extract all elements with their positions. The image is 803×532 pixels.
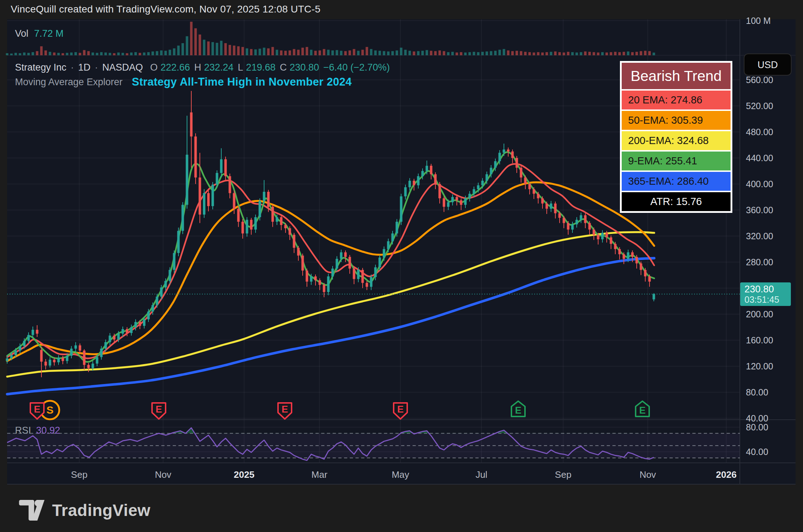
price-axis-label: 560.00 [746, 75, 773, 85]
rsi-legend: RSI 30.92 [15, 425, 60, 436]
price-axis-label: 320.00 [746, 231, 773, 241]
symbol-exchange: NASDAQ [102, 62, 143, 73]
svg-text:E: E [156, 404, 162, 415]
legend-row-atr: ATR: 15.76 [622, 192, 731, 211]
price-axis-label: 480.00 [746, 127, 773, 137]
open-value: 222.66 [161, 62, 190, 73]
brand-name: TradingView [52, 501, 151, 520]
price-axis-label: 200.00 [746, 309, 773, 319]
time-axis-label: Sep [555, 469, 571, 480]
time-axis-label: Mar [312, 469, 328, 480]
time-axis-label: Jul [475, 469, 487, 480]
tradingview-snapshot: SEEEEEE VinceQuill created with TradingV… [0, 0, 803, 532]
time-axis-label: Nov [155, 469, 171, 480]
legend-row-50ema: 50-EMA: 305.39 [622, 111, 731, 130]
svg-text:S: S [46, 404, 54, 416]
svg-text:E: E [34, 404, 40, 415]
change-value: −6.40 (−2.70%) [323, 62, 390, 73]
svg-text:E: E [282, 404, 288, 415]
indicator-label[interactable]: Moving Average Explorer [15, 77, 122, 88]
time-axis-label: Sep [71, 469, 87, 480]
low-letter: L [238, 62, 243, 73]
last-price-value: 230.80 [744, 283, 791, 295]
price-axis-label: 400.00 [746, 179, 773, 189]
price-axis-label: 80.00 [746, 387, 768, 398]
legend-row-365ema: 365-EMA: 286.40 [622, 172, 731, 191]
price-axis-label: 280.00 [746, 257, 773, 267]
volume-value: 7.72 M [34, 28, 64, 39]
legend-row-20ema: 20 EMA: 274.86 [622, 91, 731, 109]
tradingview-glyph-icon [19, 500, 45, 521]
volume-axis-label: 100 M [746, 16, 771, 26]
last-price-badge[interactable]: 230.80 03:51:45 [740, 282, 791, 306]
high-letter: H [194, 62, 201, 73]
close-letter: C [280, 62, 287, 73]
close-value: 230.80 [289, 62, 319, 73]
trend-legend[interactable]: Bearish Trend 20 EMA: 274.86 50-EMA: 305… [620, 61, 732, 213]
rsi-value: 30.92 [36, 425, 60, 436]
indicator-row: Moving Average Explorer Strategy All-Tim… [15, 76, 352, 88]
svg-text:E: E [515, 405, 521, 416]
price-axis-label: 520.00 [746, 101, 773, 111]
time-axis-label: May [392, 469, 409, 480]
volume-legend: Vol 7.72 M [15, 28, 64, 39]
high-value: 232.24 [204, 62, 234, 73]
symbol-interval: 1D [78, 62, 91, 73]
svg-text:E: E [397, 404, 404, 415]
separator-dot: · [71, 62, 74, 73]
time-axis-label: 2025 [234, 469, 254, 480]
time-axis-label: 2026 [716, 469, 737, 480]
price-axis-label: 360.00 [746, 205, 773, 215]
symbol-name: Strategy Inc [15, 62, 66, 73]
chart-annotation: Strategy All-Time High in November 2024 [132, 76, 352, 88]
open-letter: O [150, 62, 158, 73]
separator-dot: · [95, 62, 98, 73]
bar-countdown: 03:51:45 [744, 295, 791, 305]
currency-button[interactable]: USD [744, 53, 792, 76]
legend-row-200ema: 200-EMA: 324.68 [622, 131, 731, 150]
time-axis-label: Nov [640, 469, 656, 480]
snapshot-title: VinceQuill created with TradingView.com,… [11, 4, 320, 15]
price-axis-label: 440.00 [746, 153, 773, 163]
tradingview-logo[interactable]: TradingView [19, 500, 151, 521]
svg-text:E: E [639, 405, 646, 416]
volume-label: Vol [15, 28, 29, 39]
rsi-label[interactable]: RSI [15, 425, 31, 436]
price-axis-label: 120.00 [746, 361, 773, 372]
legend-row-9ema: 9-EMA: 255.41 [622, 152, 731, 170]
rsi-axis-label: 40.00 [746, 447, 768, 457]
trend-status-header: Bearish Trend [622, 63, 731, 89]
rsi-axis-label: 80.00 [746, 422, 768, 433]
price-axis-label: 160.00 [746, 335, 773, 346]
symbol-row[interactable]: Strategy Inc · 1D · NASDAQ O 222.66 H 23… [15, 62, 390, 73]
low-value: 219.68 [246, 62, 276, 73]
